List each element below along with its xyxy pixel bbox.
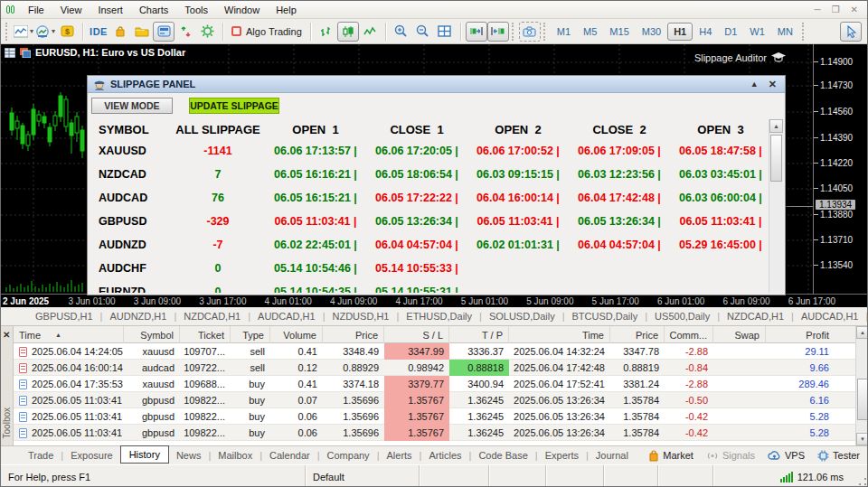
history-col-header[interactable]: Profit [766,326,835,343]
tab-news[interactable]: News [169,448,209,463]
menu-insert[interactable]: Insert [90,3,131,17]
view-mode-button[interactable]: VIEW MODE [91,98,173,114]
timeframe-h1[interactable]: H1 [667,23,693,41]
history-col-header[interactable]: Swap [713,326,766,343]
menu-window[interactable]: Window [216,3,268,17]
tab-trade[interactable]: Trade [21,448,61,463]
signals-link[interactable]: Signals [706,450,755,461]
scrollbar-thumb[interactable] [857,379,868,420]
chart-profiles-button[interactable]: ▾ [34,22,56,42]
history-row[interactable]: 2025.06.05 11:03:41gbpusd109822...buy0.0… [14,408,855,425]
transfer-button[interactable] [175,22,196,42]
tab-code-base[interactable]: Code Base [471,448,534,463]
chart-tab-ethusd-daily[interactable]: ETHUSD,Daily [399,309,479,323]
auto-scroll-button[interactable] [487,22,509,42]
timeframe-m1[interactable]: M1 [551,23,577,41]
timeframe-m5[interactable]: M5 [577,23,603,41]
ide-button[interactable]: IDE [88,22,109,42]
menu-view[interactable]: View [52,3,90,17]
history-col-header[interactable]: Time [509,326,610,343]
toolbox-close-icon[interactable]: ✕ [3,330,10,340]
cursor-button[interactable] [840,22,862,42]
tab-mailbox[interactable]: Mailbox [211,448,259,463]
chart-tab-nzdusd-h1[interactable]: NZDUSD,H1 [326,309,397,323]
status-profile[interactable]: Default [306,465,420,487]
tab-articles[interactable]: Articles [421,448,468,463]
update-slippage-button[interactable]: UPDATE SLIPPAGE [189,98,279,114]
timeframe-m30[interactable]: M30 [636,23,667,41]
history-col-header[interactable]: S / L [384,326,449,343]
timeframe-m15[interactable]: M15 [603,23,635,41]
timeframe-d1[interactable]: D1 [718,23,743,41]
candlestick-mode-button[interactable] [337,22,359,42]
restore-icon[interactable]: ❐ [832,5,840,14]
timeframe-h4[interactable]: H4 [693,23,718,41]
panel-collapse-icon[interactable]: ▲ [748,80,761,89]
chart-tab-nzdcad-h1[interactable]: NZDCAD,H1 [176,309,248,323]
menu-charts[interactable]: Charts [131,3,176,17]
history-col-header[interactable]: Symbol [124,326,180,343]
timeframe-w1[interactable]: W1 [743,23,771,41]
chart-tab-nzdcad-h1[interactable]: NZDCAD,H1 [720,309,791,323]
panel-close-icon[interactable]: ✕ [766,79,779,90]
chart-tab-us500-daily[interactable]: US500,Daily [647,309,717,323]
options-button[interactable] [196,22,218,42]
new-chart-button[interactable]: ▾ [13,22,34,42]
history-col-header[interactable]: Time▲ [14,326,124,343]
tab-history[interactable]: History [120,445,169,464]
zoom-out-button[interactable] [412,22,434,42]
tab-journal[interactable]: Journal [589,448,636,463]
history-row[interactable]: 2025.06.04 17:35:53xauusd109688...buy0.4… [14,376,855,392]
menu-help[interactable]: Help [268,3,305,17]
tab-company[interactable]: Company [320,448,377,463]
deposit-button[interactable]: $ [56,22,78,42]
open-folder-button[interactable] [131,22,153,42]
chart-tab-audnzd-h1[interactable]: AUDNZD,H1 [102,309,174,323]
algo-trading-button[interactable]: Algo Trading [228,26,306,37]
history-col-header[interactable]: Comm... [665,326,713,343]
screenshot-button[interactable] [519,22,541,42]
tile-windows-button[interactable] [434,22,456,42]
market-link[interactable]: Market [648,450,693,462]
tab-exposure[interactable]: Exposure [63,448,119,463]
chart-tab-gbpusd-h1[interactable]: GBPUSD,H1 [28,309,100,323]
tab-experts[interactable]: Experts [538,448,586,463]
history-row[interactable]: 2025.06.05 11:03:41gbpusd109822...buy0.0… [14,392,855,408]
zoom-in-button[interactable] [391,22,412,42]
history-col-header[interactable]: Ticket [180,326,231,343]
tester-link[interactable]: Tester [817,450,860,462]
history-row[interactable]: 2025.06.05 11:03:41gbpusd109822...buy0.0… [14,425,855,441]
menu-tools[interactable]: Tools [176,3,216,17]
vps-link[interactable]: VPS [768,450,805,461]
history-row[interactable]: 2025.06.04 14:24:05xauusd109707...sell0.… [14,343,855,360]
toolbar-grip[interactable] [5,23,10,41]
chart-tab-solusd-daily[interactable]: SOLUSD,Daily [482,309,562,323]
history-scrollbar[interactable]: ▲ ▼ [855,326,868,445]
scroll-down-icon[interactable]: ▼ [856,433,868,445]
tab-calendar[interactable]: Calendar [262,448,317,463]
virtual-hosting-button[interactable] [153,22,175,42]
market-button[interactable] [109,22,131,42]
scrollbar-thumb[interactable] [770,135,782,182]
resize-grip[interactable] [858,477,867,486]
history-col-header[interactable]: Type [231,326,270,343]
history-col-header[interactable]: Price [610,326,665,343]
panel-scrollbar[interactable]: ▲ [769,119,783,293]
line-chart-mode-button[interactable] [359,22,381,42]
status-connection[interactable]: 121.06 ms [713,465,868,487]
chart-tab-btcusd-daily[interactable]: BTCUSD,Daily [565,309,646,323]
menu-file[interactable]: File [20,3,52,17]
scroll-up-icon[interactable]: ▲ [769,119,783,133]
minimize-icon[interactable]: ─ [815,5,821,14]
history-row[interactable]: 2025.06.04 16:00:14audcad109722...sell0.… [14,360,855,376]
chart-tab-audcad-h1[interactable]: AUDCAD,H1 [794,309,866,323]
chart-tab-audcad-h1[interactable]: AUDCAD,H1 [250,309,323,323]
history-col-header[interactable]: Price [323,326,384,343]
history-col-header[interactable]: T / P [449,326,509,343]
shift-end-button[interactable] [466,22,487,42]
bar-chart-mode-button[interactable] [316,22,337,42]
history-col-header[interactable]: Volume [270,326,323,343]
tab-alerts[interactable]: Alerts [379,448,419,463]
close-icon[interactable]: ✕ [851,5,858,14]
scroll-up-icon[interactable]: ▲ [856,326,868,339]
